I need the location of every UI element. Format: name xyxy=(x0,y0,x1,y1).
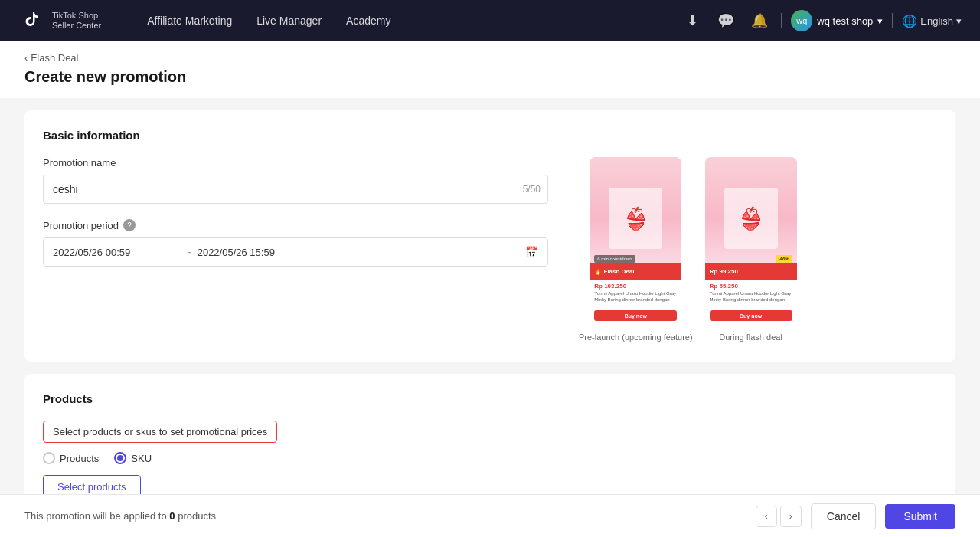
nav-affiliate[interactable]: Affiliate Marketing xyxy=(138,10,241,31)
main-content: Basic information Promotion name 5/50 Pr… xyxy=(0,98,980,537)
form-left: Promotion name 5/50 Promotion period ? - xyxy=(43,157,548,343)
preview-price-1: Rp 103.250 xyxy=(594,283,677,290)
date-range-picker[interactable]: - 📅 xyxy=(43,237,548,267)
preview-col-1: ✕ 👙 6 min countdown 🔥 Flash Deal xyxy=(579,157,693,343)
submit-button[interactable]: Submit xyxy=(885,504,956,529)
brand-logo[interactable]: TikTok Shop Seller Center xyxy=(18,5,101,37)
breadcrumb-link[interactable]: Flash Deal xyxy=(31,52,78,64)
globe-icon: 🌐 xyxy=(902,14,917,28)
buy-btn-2[interactable]: Buy now xyxy=(710,310,792,321)
promo-name-input-wrapper: 5/50 xyxy=(43,175,548,204)
preview-col-2: ✕ 👙 -46% Rp 99.250 Rp 55.250 xyxy=(705,157,797,343)
preview-images: ✕ 👙 6 min countdown 🔥 Flash Deal xyxy=(579,157,797,343)
breadcrumb: ‹ Flash Deal xyxy=(0,41,980,64)
breadcrumb-back[interactable]: ‹ Flash Deal xyxy=(24,52,78,64)
discount-badge: -46% xyxy=(776,255,792,263)
nav-divider2 xyxy=(892,13,893,28)
navbar-right: ⬇ 💬 🔔 wq wq test shop ▾ 🌐 English ▾ xyxy=(680,8,962,33)
radio-circle-sku xyxy=(114,452,126,464)
date-end-input[interactable] xyxy=(198,247,326,258)
nav-links: Affiliate Marketing Live Manager Academy xyxy=(138,10,655,31)
hint-text: Select products or skus to set promotion… xyxy=(53,426,267,437)
radio-sku[interactable]: SKU xyxy=(114,452,152,464)
char-count: 5/50 xyxy=(523,184,541,195)
lang-dropdown-icon: ▾ xyxy=(956,15,962,27)
products-title: Products xyxy=(43,392,937,405)
promo-name-label: Promotion name xyxy=(43,157,548,169)
prev-arrow[interactable]: ‹ xyxy=(756,506,777,527)
cancel-button[interactable]: Cancel xyxy=(811,503,877,529)
preview-bottom-2: Rp 55.250 Yunmi Apparel Unaru Hoodie Lig… xyxy=(705,280,797,326)
language-label: English xyxy=(920,15,953,27)
date-start-input[interactable] xyxy=(53,247,181,258)
buy-btn-1[interactable]: Buy now xyxy=(594,310,677,321)
img-badge-1: 6 min countdown xyxy=(594,255,635,263)
user-name: wq test shop xyxy=(817,15,873,27)
promo-period-group: Promotion period ? - 📅 xyxy=(43,219,548,267)
radio-products[interactable]: Products xyxy=(43,452,99,464)
promo-info-suffix: products xyxy=(178,510,216,522)
nav-live[interactable]: Live Manager xyxy=(247,10,331,31)
pagination-arrows: ‹ › xyxy=(756,506,802,527)
footer-bar: This promotion will be applied to 0 prod… xyxy=(0,494,980,537)
promo-name-group: Promotion name 5/50 xyxy=(43,157,548,204)
radio-group: Products SKU xyxy=(43,452,937,464)
radio-sku-label: SKU xyxy=(131,453,152,464)
calendar-icon[interactable]: 📅 xyxy=(525,246,538,258)
next-arrow[interactable]: › xyxy=(780,506,802,527)
navbar: TikTok Shop Seller Center Affiliate Mark… xyxy=(0,0,980,41)
bell-icon[interactable]: 🔔 xyxy=(747,8,772,33)
radio-products-label: Products xyxy=(60,453,99,464)
promo-info-prefix: This promotion will be applied to xyxy=(24,510,167,522)
basic-info-card: Basic information Promotion name 5/50 Pr… xyxy=(24,110,956,362)
user-dropdown-icon: ▾ xyxy=(877,15,883,27)
preview-image-2: ✕ 👙 -46% Rp 99.250 Rp 55.250 xyxy=(705,157,797,326)
nav-divider xyxy=(781,13,782,28)
promotion-info: This promotion will be applied to 0 prod… xyxy=(24,510,216,522)
nav-academy[interactable]: Academy xyxy=(337,10,400,31)
tiktok-icon xyxy=(18,5,46,37)
brand-text: TikTok Shop Seller Center xyxy=(52,11,101,31)
svg-point-0 xyxy=(18,5,46,32)
user-avatar: wq xyxy=(791,10,812,31)
promo-bar-2: Rp 99.250 xyxy=(705,263,797,280)
preview-image-1: ✕ 👙 6 min countdown 🔥 Flash Deal xyxy=(590,157,681,326)
preview-label-1: Pre-launch (upcoming feature) xyxy=(579,332,693,343)
products-hint: Select products or skus to set promotion… xyxy=(43,421,277,443)
form-row: Promotion name 5/50 Promotion period ? - xyxy=(43,157,937,343)
promo-count: 0 xyxy=(169,510,175,522)
preview-bottom-1: Rp 103.250 Yunmi Apparel Unaru Hoodie Li… xyxy=(590,280,681,326)
help-icon[interactable]: ? xyxy=(123,219,136,231)
language-selector[interactable]: 🌐 English ▾ xyxy=(902,14,962,28)
preview-label-2: During flash deal xyxy=(719,332,782,343)
radio-circle-products xyxy=(43,452,55,464)
promo-period-label: Promotion period ? xyxy=(43,219,548,231)
back-chevron-icon: ‹ xyxy=(24,52,28,64)
promo-name-input[interactable] xyxy=(43,175,548,204)
chat-icon[interactable]: 💬 xyxy=(714,8,738,33)
user-menu[interactable]: wq wq test shop ▾ xyxy=(791,10,883,31)
page-title: Create new promotion xyxy=(0,64,980,98)
download-icon[interactable]: ⬇ xyxy=(680,8,704,33)
breadcrumb-area: ‹ Flash Deal Create new promotion xyxy=(0,41,980,98)
basic-info-title: Basic information xyxy=(43,129,937,142)
preview-price-2: Rp 55.250 xyxy=(710,283,792,290)
promo-bar-1: 🔥 Flash Deal xyxy=(590,263,681,280)
date-separator: - xyxy=(188,246,191,258)
